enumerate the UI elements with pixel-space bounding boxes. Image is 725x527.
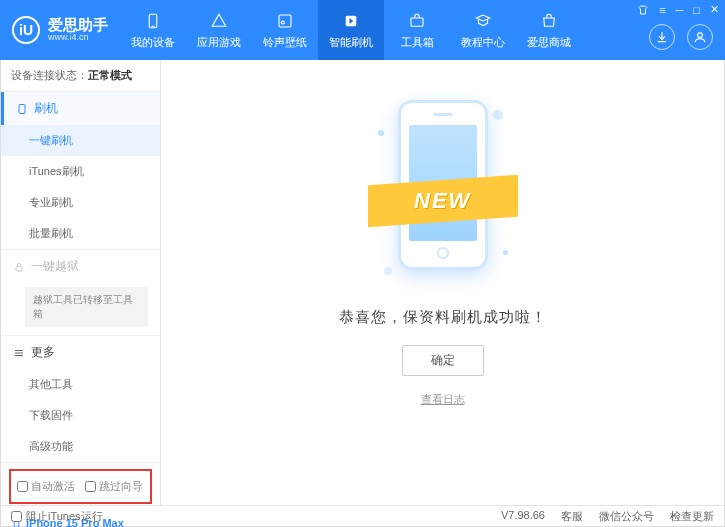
app-header: iU 爱思助手 www.i4.cn 我的设备 应用游戏 铃声壁纸 智能刷机 工具…: [0, 0, 725, 60]
skip-guide-checkbox[interactable]: 跳过向导: [85, 479, 143, 494]
nav-ringtone-wallpaper[interactable]: 铃声壁纸: [252, 0, 318, 60]
more-icon: [13, 347, 25, 359]
highlighted-checkbox-area: 自动激活 跳过向导: [9, 469, 152, 504]
auto-activate-checkbox[interactable]: 自动激活: [17, 479, 75, 494]
nav-store[interactable]: 爱思商城: [516, 0, 582, 60]
view-log-link[interactable]: 查看日志: [421, 392, 465, 407]
app-url: www.i4.cn: [48, 33, 108, 43]
footer-check-update[interactable]: 检查更新: [670, 509, 714, 524]
sidebar-jailbreak-note: 越狱工具已转移至工具箱: [25, 287, 148, 327]
svg-point-6: [698, 33, 703, 38]
sidebar-item-itunes-flash[interactable]: iTunes刷机: [1, 156, 160, 187]
sidebar-jailbreak-header: 一键越狱: [1, 250, 160, 283]
sidebar-flash-header[interactable]: 刷机: [1, 92, 160, 125]
nav-toolbox[interactable]: 工具箱: [384, 0, 450, 60]
flash-icon: [341, 11, 361, 31]
sidebar-item-batch-flash[interactable]: 批量刷机: [1, 218, 160, 249]
success-message: 恭喜您，保资料刷机成功啦！: [339, 308, 547, 327]
svg-rect-7: [19, 104, 25, 113]
store-icon: [539, 11, 559, 31]
minimize-icon[interactable]: ─: [676, 4, 684, 16]
device-icon: [143, 11, 163, 31]
svg-rect-5: [411, 18, 423, 26]
confirm-button[interactable]: 确定: [402, 345, 484, 376]
top-nav: 我的设备 应用游戏 铃声壁纸 智能刷机 工具箱 教程中心 爱思商城: [120, 0, 582, 60]
footer-wechat[interactable]: 微信公众号: [599, 509, 654, 524]
svg-rect-8: [16, 266, 22, 271]
ringtone-icon: [275, 11, 295, 31]
phone-illustration: NEW: [378, 90, 508, 290]
maximize-icon[interactable]: □: [693, 4, 700, 16]
user-button[interactable]: [687, 24, 713, 50]
sidebar-item-pro-flash[interactable]: 专业刷机: [1, 187, 160, 218]
svg-rect-2: [279, 15, 291, 27]
footer-support[interactable]: 客服: [561, 509, 583, 524]
app-title: 爱思助手: [48, 17, 108, 34]
logo-icon: iU: [12, 16, 40, 44]
tutorial-icon: [473, 11, 493, 31]
download-button[interactable]: [649, 24, 675, 50]
nav-my-device[interactable]: 我的设备: [120, 0, 186, 60]
sidebar: 设备连接状态：正常模式 刷机 一键刷机 iTunes刷机 专业刷机 批量刷机 一…: [1, 60, 161, 505]
skin-icon[interactable]: [637, 4, 649, 16]
nav-smart-flash[interactable]: 智能刷机: [318, 0, 384, 60]
sidebar-item-download-firmware[interactable]: 下载固件: [1, 400, 160, 431]
toolbox-icon: [407, 11, 427, 31]
sidebar-item-advanced[interactable]: 高级功能: [1, 431, 160, 462]
main-content: NEW 恭喜您，保资料刷机成功啦！ 确定 查看日志: [161, 60, 724, 505]
device-status: 设备连接状态：正常模式: [1, 60, 160, 92]
sidebar-more-header[interactable]: 更多: [1, 336, 160, 369]
nav-apps-games[interactable]: 应用游戏: [186, 0, 252, 60]
version-label: V7.98.66: [501, 509, 545, 524]
apps-icon: [209, 11, 229, 31]
svg-point-3: [281, 21, 284, 24]
menu-icon[interactable]: ≡: [659, 4, 665, 16]
sidebar-item-other-tools[interactable]: 其他工具: [1, 369, 160, 400]
sidebar-item-oneclick-flash[interactable]: 一键刷机: [1, 125, 160, 156]
flash-header-icon: [16, 103, 28, 115]
lock-icon: [13, 261, 25, 273]
nav-tutorials[interactable]: 教程中心: [450, 0, 516, 60]
block-itunes-checkbox[interactable]: 阻止iTunes运行: [11, 509, 103, 524]
window-controls: ≡ ─ □ ✕: [637, 3, 719, 16]
close-icon[interactable]: ✕: [710, 3, 719, 16]
logo-area: iU 爱思助手 www.i4.cn: [0, 16, 120, 44]
